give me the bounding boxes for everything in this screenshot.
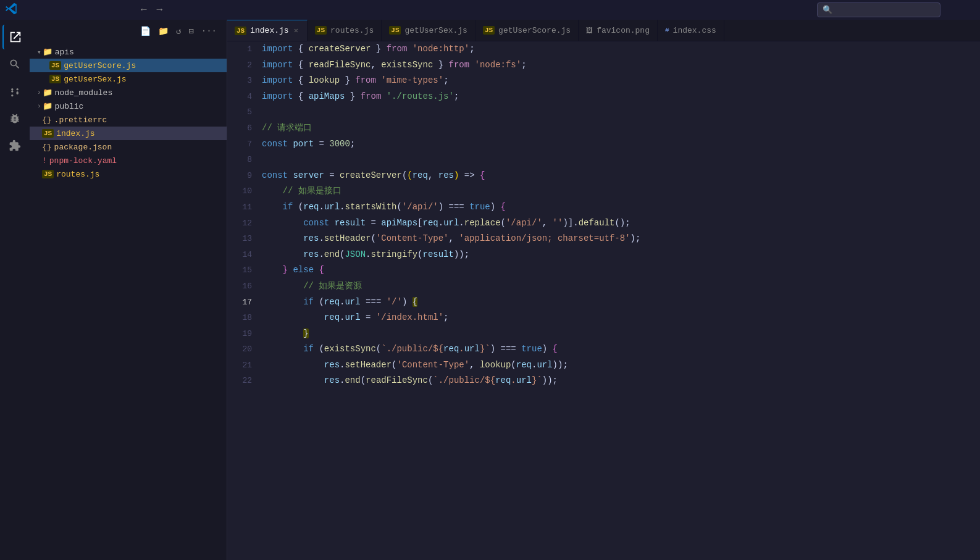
- sidebar-item-label: public: [55, 102, 84, 111]
- explorer-activity-icon[interactable]: [2, 25, 27, 49]
- js-tab-icon: JS: [235, 27, 246, 35]
- code-lines: import { createServer } from 'node:http'…: [262, 41, 970, 389]
- code-line: if (req.url.startsWith('/api/') === true…: [262, 199, 970, 215]
- js-tab-icon: JS: [315, 26, 327, 35]
- tab-index-js[interactable]: JS index.js ✕: [227, 20, 308, 41]
- sidebar-item-getUserSex[interactable]: JS getUserSex.js: [30, 72, 227, 86]
- lightbulb-icon[interactable]: 💡: [257, 295, 259, 311]
- code-line: const port = 3000;: [262, 136, 970, 153]
- sidebar-item-label: getUserScore.js: [64, 61, 136, 70]
- js-icon: JS: [42, 170, 54, 178]
- titlebar-nav: ← →: [138, 2, 165, 18]
- code-line: res.setHeader('Content-Type', lookup(req…: [262, 357, 970, 374]
- search-activity-icon[interactable]: [2, 52, 27, 77]
- back-button[interactable]: ←: [138, 2, 149, 18]
- source-control-activity-icon[interactable]: [2, 79, 27, 104]
- tab-favicon-png[interactable]: 🖼 favicon.png: [579, 20, 658, 41]
- refresh-button[interactable]: ↺: [174, 25, 183, 38]
- forward-button[interactable]: →: [154, 2, 165, 18]
- tab-index-css[interactable]: # index.css: [658, 20, 724, 41]
- vscode-logo-icon: [5, 2, 17, 18]
- collapse-all-button[interactable]: ⊟: [186, 25, 196, 38]
- code-line: req.url = '/index.html';: [262, 310, 970, 326]
- code-line: import { apiMaps } from './routes.js';: [262, 89, 970, 105]
- tab-label: getUserScore.js: [498, 26, 571, 35]
- editor-content[interactable]: 12345678910111213141516171819202122 impo…: [227, 41, 980, 560]
- menu-run[interactable]: [89, 7, 99, 12]
- code-line: if (existsSync(`./public/${req.url}`) ==…: [262, 341, 970, 357]
- code-line: res.setHeader('Content-Type', 'applicati…: [262, 231, 970, 247]
- code-line: import { lookup } from 'mime-types';: [262, 73, 970, 89]
- js-tab-icon: JS: [483, 26, 495, 35]
- new-folder-button[interactable]: 📁: [156, 25, 171, 38]
- tab-label: getUserSex.js: [404, 26, 467, 35]
- code-line: res.end(readFileSync(`./public/${req.url…: [262, 373, 970, 389]
- sidebar-header: 📄 📁 ↺ ⊟ ···: [30, 20, 227, 43]
- sidebar-item-label: getUserSex.js: [64, 75, 126, 84]
- file-tree: ▾ 📁 apis JS getUserScore.js JS getUserSe…: [30, 43, 227, 560]
- activity-bar: [0, 20, 30, 560]
- editor-area: JS index.js ✕ JS routes.js JS getUserSex…: [227, 20, 980, 560]
- sidebar-item-getUserScore[interactable]: JS getUserScore.js: [30, 59, 227, 72]
- sidebar-item-label: node_modules: [55, 88, 113, 98]
- css-tab-icon: #: [665, 27, 669, 34]
- sidebar-item-label: .prettierrc: [54, 115, 107, 125]
- sidebar-item-label: pnpm-lock.yaml: [49, 156, 117, 165]
- json-icon: {}: [42, 115, 52, 125]
- sidebar-item-label: apis: [55, 48, 74, 57]
- sidebar-item-public[interactable]: › 📁 public: [30, 99, 227, 113]
- sidebar-item-package-json[interactable]: {} package.json: [30, 140, 227, 154]
- sidebar-item-pnpm-lock[interactable]: ! pnpm-lock.yaml: [30, 154, 227, 167]
- tab-label: index.js: [250, 26, 288, 35]
- menu-selection[interactable]: [52, 7, 62, 12]
- sidebar-item-prettierrc[interactable]: {} .prettierrc: [30, 113, 227, 127]
- menu-file[interactable]: [27, 7, 37, 12]
- sidebar-item-node-modules[interactable]: › 📁 node_modules: [30, 86, 227, 99]
- menu-terminal[interactable]: [101, 7, 111, 12]
- code-line: const result = apiMaps[req.url.replace('…: [262, 215, 970, 232]
- tab-routes-js[interactable]: JS routes.js: [308, 20, 382, 41]
- code-line: } else {: [262, 262, 970, 278]
- yaml-icon: !: [42, 156, 47, 165]
- tab-close-button[interactable]: ✕: [293, 25, 299, 36]
- search-bar[interactable]: 🔍: [817, 2, 940, 17]
- code-line: import { createServer } from 'node:http'…: [262, 41, 970, 57]
- tab-getUserScore-js[interactable]: JS getUserScore.js: [475, 20, 579, 41]
- new-file-button[interactable]: 📄: [138, 25, 153, 38]
- line-numbers: 12345678910111213141516171819202122: [227, 41, 257, 560]
- sidebar-item-routes-js[interactable]: JS routes.js: [30, 167, 227, 181]
- menu-help[interactable]: [114, 7, 124, 12]
- menu-bar: [27, 7, 124, 12]
- code-line: // 如果是接口: [262, 183, 970, 199]
- sidebar-actions: 📄 📁 ↺ ⊟ ···: [138, 25, 219, 38]
- code-line: [262, 152, 970, 168]
- code-line: // 请求端口: [262, 120, 970, 136]
- more-actions-button[interactable]: ···: [199, 25, 219, 38]
- menu-view[interactable]: [64, 7, 74, 12]
- folder-icon: 📁: [43, 101, 52, 111]
- folder-icon: 📁: [43, 47, 52, 57]
- code-line: res.end(JSON.stringify(result));: [262, 247, 970, 263]
- debug-activity-icon[interactable]: [2, 106, 27, 131]
- chevron-right-icon: ›: [37, 89, 41, 96]
- chevron-down-icon: ▾: [37, 48, 41, 56]
- js-tab-icon: JS: [389, 26, 401, 35]
- extensions-activity-icon[interactable]: [2, 133, 27, 158]
- js-icon: JS: [49, 75, 61, 83]
- tab-bar: JS index.js ✕ JS routes.js JS getUserSex…: [227, 20, 980, 41]
- titlebar: ← → 🔍: [0, 0, 980, 20]
- sidebar: 📄 📁 ↺ ⊟ ··· ▾ 📁 apis JS getUserScore.js …: [30, 20, 227, 560]
- sidebar-item-apis[interactable]: ▾ 📁 apis: [30, 45, 227, 59]
- code-editor[interactable]: import { createServer } from 'node:http'…: [257, 41, 980, 560]
- chevron-right-icon: ›: [37, 102, 41, 110]
- code-line: 💡 if (req.url === '/') {: [262, 295, 970, 311]
- menu-edit[interactable]: [40, 7, 49, 12]
- img-tab-icon: 🖼: [586, 27, 593, 35]
- json-icon: {}: [42, 143, 52, 152]
- sidebar-item-index-js[interactable]: JS index.js: [30, 127, 227, 140]
- menu-go[interactable]: [77, 7, 86, 12]
- js-icon: JS: [42, 129, 54, 138]
- code-line: // 如果是资源: [262, 278, 970, 295]
- tab-getUserSex-js[interactable]: JS getUserSex.js: [382, 20, 475, 41]
- main-layout: 📄 📁 ↺ ⊟ ··· ▾ 📁 apis JS getUserScore.js …: [0, 20, 980, 560]
